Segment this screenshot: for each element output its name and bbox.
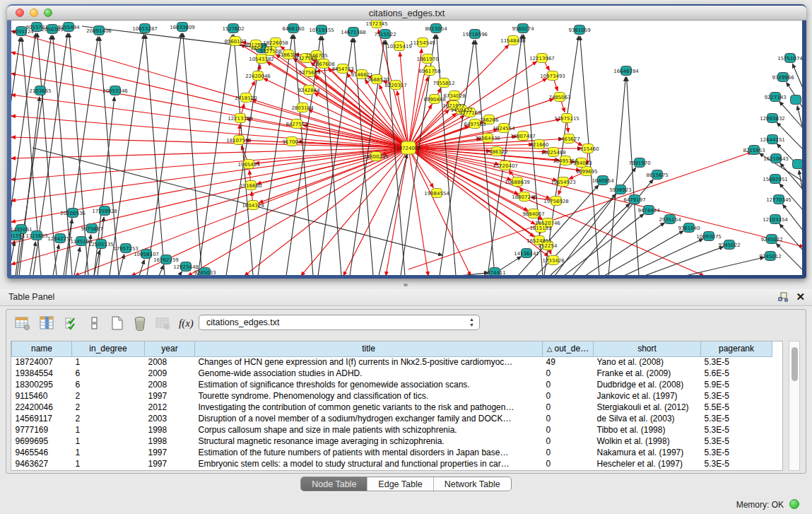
graph-node-label: 19384554 (424, 191, 449, 197)
graph-node-label: 8813054 (425, 26, 447, 32)
table-panel-title: Table Panel (8, 292, 54, 302)
column-header-in_degree[interactable]: in_degree (72, 341, 145, 356)
graph-node-label: 9345022 (718, 243, 740, 248)
window-titlebar[interactable]: citations_edges.txt (7, 6, 806, 21)
column-header-title[interactable]: title (195, 341, 543, 356)
status-bar: Memory: OK (0, 495, 812, 514)
graph-node-label: 8427552 (286, 122, 307, 127)
graph-node-label: 10719155 (309, 28, 334, 33)
graph-node-label: 1916680 (240, 183, 261, 189)
graph-node-label: 18807249 (512, 194, 537, 200)
table-row[interactable]: 2242004622012Investigating the contribut… (12, 402, 772, 413)
table-row[interactable]: 946554611997Estimation of the future num… (12, 447, 772, 458)
table-selector-value: citations_edges.txt (206, 317, 280, 327)
graph-node-label: 15688520 (364, 77, 389, 83)
select-all-rows-icon[interactable] (64, 315, 80, 331)
graph-node-label: 16210643 (763, 156, 789, 162)
graph-node-label: 6734028 (443, 93, 465, 99)
graph-node-label: 12213389 (228, 116, 253, 122)
close-panel-icon[interactable]: ✕ (796, 291, 805, 303)
graph-node-label: 18300295 (363, 154, 389, 160)
graph-node-label: 6466160 (282, 26, 304, 32)
column-header-year[interactable]: year (145, 341, 195, 356)
table-row[interactable]: 977716911998Corpus callosum shape and si… (12, 424, 772, 436)
graph-node-label: 917004 (283, 139, 302, 145)
graph-node-label: 16782759 (153, 257, 179, 263)
network-canvas[interactable]: 1405572480537012050369915549420891406106… (11, 21, 802, 275)
graph-node-label: 20053346 (102, 88, 128, 94)
table-selector-dropdown[interactable]: citations_edges.txt ▲▼ (199, 315, 480, 330)
tab-network-table[interactable]: Network Table (434, 477, 511, 491)
graph-node-label: 10025488 (541, 150, 566, 156)
graph-node-label: 20364436 (475, 136, 500, 141)
graph-node-label: 9699695 (575, 169, 597, 175)
tab-node-table[interactable]: Node Table (301, 477, 367, 491)
graph-node[interactable] (791, 95, 801, 105)
graph-node-label: 19218596 (462, 32, 488, 37)
graph-node[interactable] (793, 160, 803, 169)
graph-node-label: 2103665 (29, 88, 51, 94)
graph-node-label: 2803144 (291, 105, 314, 111)
graph-node-label: 18724007 (396, 146, 421, 151)
table-row[interactable]: 911546021997Tourette syndrome. Phenomeno… (12, 390, 772, 402)
graph-node-label: 746266 (480, 117, 499, 123)
function-builder-icon[interactable]: f(x) (179, 315, 194, 331)
graph-node-label: 8990448 (423, 97, 445, 103)
graph-node-label: 7486322 (486, 149, 507, 155)
column-header-name[interactable]: name (12, 341, 72, 356)
graph-node-label: 11254549 (410, 40, 435, 46)
graph-node-label: 7515522 (374, 32, 396, 37)
node-table[interactable]: namein_degreeyeartitle△out_de…shortpager… (11, 341, 783, 471)
show-columns-icon[interactable] (39, 315, 54, 331)
graph-node-label: 2935154 (659, 217, 681, 223)
graph-node-label: 6479197 (623, 197, 645, 203)
column-header-out_de[interactable]: △out_de… (543, 341, 594, 356)
table-row[interactable]: 946362711997Embryonic stem cells: a mode… (12, 458, 772, 469)
graph-node-label: 17957253 (113, 246, 139, 252)
delete-table-icon[interactable] (132, 315, 148, 331)
graph-node-label: 1965493 (237, 162, 259, 168)
merge-tables-icon[interactable] (87, 315, 102, 331)
import-table-disabled-icon (155, 315, 170, 331)
graph-node-label: 1640954 (592, 178, 614, 184)
panel-splitter-handle[interactable] (404, 284, 408, 286)
network-graph-svg[interactable]: 1405572480537012050369915549420891406106… (11, 21, 802, 275)
graph-node-label: 9245033 (194, 270, 216, 276)
graph-node-label: 17359928 (92, 209, 117, 214)
graph-node-label: 12505135 (88, 242, 114, 247)
graph-node-label: 14136141 (514, 251, 539, 257)
table-options-icon[interactable] (15, 315, 30, 331)
graph-node-label: 7485063 (548, 95, 570, 100)
memory-ok-indicator (789, 499, 799, 509)
graph-node-label: 19756928 (543, 199, 569, 204)
graph-node-label: 12444151 (760, 137, 785, 143)
graph-node-label: 391591 (11, 233, 25, 239)
table-scrollbar[interactable] (789, 341, 800, 471)
column-header-short[interactable]: short (594, 341, 701, 356)
graph-node-label: 10958107 (134, 252, 159, 257)
graph-node-label: 10093075 (696, 234, 722, 240)
graph-node-label: 1624554 (493, 126, 515, 132)
graph-node-label: 9242844 (298, 88, 320, 93)
column-header-pagerank[interactable]: pagerank (701, 341, 772, 356)
graph-node-label: 9361040 (678, 226, 700, 231)
table-row[interactable]: 1830029562008Estimation of significance … (12, 379, 772, 390)
table-row[interactable]: 1872400712008Changes of HCN gene express… (12, 356, 772, 368)
graph-node-label: 16648784 (613, 69, 639, 74)
graph-node-label: 1572345 (365, 21, 387, 27)
graph-node-label: 9245022 (760, 237, 782, 243)
float-panel-icon[interactable] (777, 291, 789, 303)
graph-node-label: 8220317 (384, 83, 406, 88)
graph-node-label: 12103454 (763, 217, 788, 223)
table-toolbar: f(x) citations_edges.txt ▲▼ (6, 314, 806, 335)
table-row[interactable]: 1456911722003Disruption of a novel membe… (12, 413, 772, 424)
table-scrollbar-thumb[interactable] (792, 347, 798, 381)
network-view-window[interactable]: citations_edges.txt 14055724805370120503… (7, 4, 806, 279)
table-row[interactable]: 969969511998Structural magnetic resonanc… (12, 436, 772, 447)
graph-node-label: 17975115 (554, 116, 579, 122)
graph-node-label: 9115460 (577, 146, 599, 152)
tab-edge-table[interactable]: Edge Table (367, 477, 433, 491)
graph-node-label: 10688639 (505, 180, 530, 185)
new-table-icon[interactable] (110, 315, 125, 331)
table-row[interactable]: 1938455462009Genome-wide association stu… (12, 368, 772, 379)
